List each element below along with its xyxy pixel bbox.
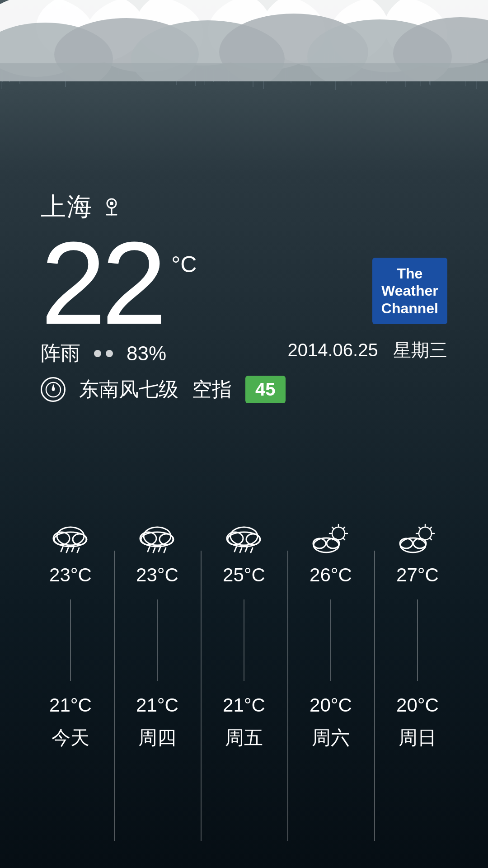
forecast-high-2: 25°C xyxy=(223,564,265,586)
rain-dot-1 xyxy=(94,350,101,357)
forecast-high-4: 27°C xyxy=(396,564,439,586)
humidity-value: 83% xyxy=(127,342,166,365)
rain-dot-2 xyxy=(106,350,113,357)
forecast-label-3: 周六 xyxy=(312,725,350,750)
city-section: 上海 22 °C 阵雨 83% xyxy=(41,190,286,403)
svg-line-43 xyxy=(235,547,236,552)
wind-direction-icon xyxy=(41,377,66,402)
svg-point-17 xyxy=(110,202,113,205)
svg-point-47 xyxy=(228,532,260,547)
svg-line-28 xyxy=(77,548,79,552)
air-quality-value: 45 xyxy=(245,376,286,403)
svg-point-30 xyxy=(144,527,171,545)
forecast-day-1: 23°C 21°C 周四 xyxy=(114,524,201,750)
svg-line-26 xyxy=(66,548,68,552)
svg-line-66 xyxy=(430,538,432,540)
svg-line-55 xyxy=(343,527,345,529)
svg-point-58 xyxy=(313,538,326,548)
svg-point-59 xyxy=(327,538,339,548)
svg-line-53 xyxy=(332,527,334,529)
forecast-low-3: 20°C xyxy=(310,694,352,716)
svg-line-44 xyxy=(240,548,242,552)
air-quality-label: 空指 xyxy=(192,376,232,403)
forecast-section: 23°C 21°C 今天 23°C 21°C 周四 xyxy=(0,524,488,750)
forecast-label-4: 周日 xyxy=(399,725,436,750)
forecast-divider-1 xyxy=(157,599,158,681)
forecast-divider-4 xyxy=(417,599,418,681)
date-section: The Weather Channel 2014.06.25 星期三 xyxy=(287,258,447,363)
forecast-divider-2 xyxy=(244,599,244,681)
forecast-divider-0 xyxy=(70,599,71,681)
forecast-day-0: 23°C 21°C 今天 xyxy=(27,524,114,750)
forecast-high-0: 23°C xyxy=(49,564,92,586)
svg-point-71 xyxy=(413,538,426,548)
svg-point-57 xyxy=(314,538,339,552)
wind-description: 东南风七级 xyxy=(79,376,178,403)
forecast-low-4: 20°C xyxy=(396,694,439,716)
forecast-low-0: 21°C xyxy=(49,694,92,716)
svg-line-45 xyxy=(245,547,247,552)
date-display: 2014.06.25 星期三 xyxy=(287,338,447,363)
svg-point-21 xyxy=(57,527,84,545)
wind-row: 东南风七级 空指 45 xyxy=(41,376,286,403)
svg-point-69 xyxy=(400,538,426,552)
svg-point-38 xyxy=(141,532,174,547)
location-icon xyxy=(100,193,123,221)
forecast-day-4: 27°C 20°C 周日 xyxy=(374,524,461,750)
rain-dots xyxy=(94,350,113,357)
forecast-icon-1 xyxy=(137,524,178,555)
temperature-row: 22 °C xyxy=(41,233,286,333)
forecast-day-2: 25°C 21°C 周五 xyxy=(201,524,287,750)
forecast-high-1: 23°C xyxy=(136,564,178,586)
svg-line-34 xyxy=(148,547,150,552)
forecast-label-1: 周四 xyxy=(138,725,176,750)
wc-line2: Weather xyxy=(381,282,438,299)
day-of-week: 星期三 xyxy=(393,340,447,360)
forecast-high-3: 26°C xyxy=(310,564,352,586)
svg-line-25 xyxy=(61,547,63,552)
wc-line1: The xyxy=(381,265,438,282)
forecast-icon-3 xyxy=(310,524,351,555)
svg-line-65 xyxy=(419,527,421,529)
forecast-day-3: 26°C 20°C 周六 xyxy=(287,524,374,750)
forecast-low-1: 21°C xyxy=(136,694,178,716)
forecast-days-container: 23°C 21°C 今天 23°C 21°C 周四 xyxy=(0,524,488,750)
condition-row: 阵雨 83% xyxy=(41,340,286,367)
svg-point-70 xyxy=(400,538,413,548)
svg-point-39 xyxy=(230,527,258,545)
forecast-divider-3 xyxy=(330,599,331,681)
forecast-low-2: 21°C xyxy=(223,694,265,716)
forecast-icon-4 xyxy=(397,524,438,555)
svg-line-35 xyxy=(153,548,155,552)
date-value: 2014.06.25 xyxy=(287,340,378,360)
main-content: 上海 22 °C 阵雨 83% xyxy=(0,0,488,868)
weather-condition: 阵雨 xyxy=(41,340,80,367)
svg-line-46 xyxy=(251,548,253,552)
forecast-label-0: 今天 xyxy=(52,725,89,750)
svg-line-37 xyxy=(164,548,166,552)
svg-line-36 xyxy=(159,547,160,552)
svg-line-54 xyxy=(343,538,345,540)
forecast-icon-0 xyxy=(50,524,91,555)
forecast-label-2: 周五 xyxy=(225,725,263,750)
svg-line-27 xyxy=(72,547,74,552)
svg-point-20 xyxy=(52,388,55,391)
weather-channel-logo: The Weather Channel xyxy=(372,258,447,324)
wc-line3: Channel xyxy=(381,300,438,317)
temperature-value: 22 xyxy=(41,233,162,333)
forecast-icon-2 xyxy=(224,524,264,555)
svg-line-67 xyxy=(430,527,432,529)
temperature-unit: °C xyxy=(171,251,197,278)
svg-point-29 xyxy=(54,532,87,547)
